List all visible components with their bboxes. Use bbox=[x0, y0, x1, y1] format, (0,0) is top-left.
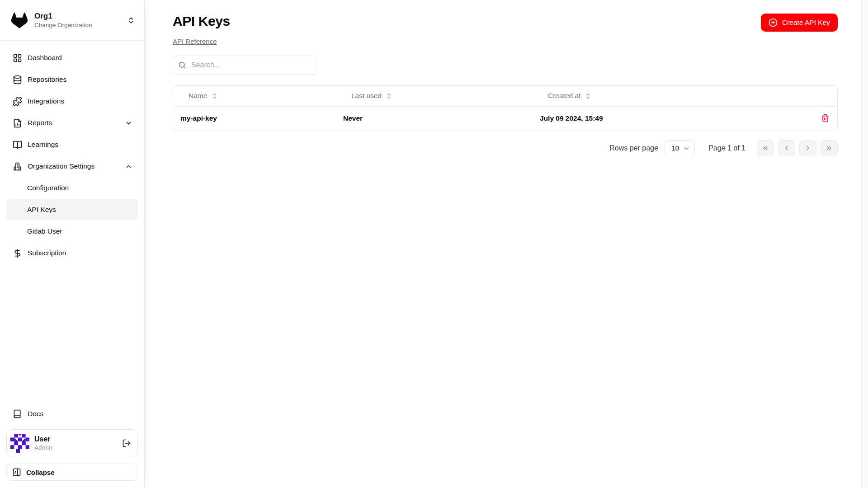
dashboard-grid-icon bbox=[13, 53, 22, 63]
sidebar: Org1 Change Organization Dashboard Repos… bbox=[0, 0, 145, 488]
user-role: Admin bbox=[34, 444, 117, 451]
sort-icon bbox=[211, 93, 218, 99]
chevron-up-icon bbox=[125, 163, 132, 170]
sidebar-item-label: Integrations bbox=[28, 97, 64, 105]
api-keys-table: Name Last used Created at bbox=[173, 85, 838, 131]
chevrons-right-icon bbox=[826, 145, 833, 152]
org-switcher[interactable]: Org1 Change Organization bbox=[0, 0, 144, 41]
user-meta: User Admin bbox=[34, 435, 117, 451]
column-header-created-at[interactable]: Created at bbox=[533, 86, 813, 106]
trash-icon bbox=[821, 114, 830, 122]
user-avatar bbox=[10, 434, 29, 453]
chevron-down-icon bbox=[683, 145, 690, 152]
sidebar-item-gitlab-user[interactable]: Gitlab User bbox=[6, 221, 138, 242]
chevron-right-icon bbox=[804, 145, 811, 152]
main-content: API Keys Create API Key API Reference Na… bbox=[145, 0, 861, 488]
sidebar-item-label: Subscription bbox=[28, 249, 66, 257]
rows-per-page-value: 10 bbox=[671, 144, 679, 152]
org-name: Org1 bbox=[34, 12, 127, 21]
sidebar-item-label: Organization Settings bbox=[28, 162, 94, 170]
user-card[interactable]: User Admin bbox=[6, 429, 138, 457]
column-header-actions bbox=[813, 86, 837, 106]
sort-icon bbox=[386, 93, 392, 99]
book-open-icon bbox=[13, 140, 22, 150]
chevron-down-icon bbox=[125, 119, 132, 127]
delete-api-key-button[interactable] bbox=[820, 113, 830, 123]
gitlab-logo-icon bbox=[11, 12, 28, 28]
sidebar-item-docs[interactable]: Docs bbox=[6, 403, 138, 425]
sidebar-item-label: Reports bbox=[28, 119, 52, 127]
first-page-button[interactable] bbox=[757, 140, 774, 156]
sidebar-item-organization-settings[interactable]: Organization Settings bbox=[6, 155, 138, 177]
last-page-button[interactable] bbox=[821, 140, 838, 156]
user-name: User bbox=[34, 435, 117, 443]
sidebar-item-label: Dashboard bbox=[28, 54, 62, 62]
previous-page-button[interactable] bbox=[778, 140, 795, 156]
sidebar-item-dashboard[interactable]: Dashboard bbox=[6, 47, 138, 69]
sidebar-footer: Docs User Admin Collapse bbox=[0, 403, 144, 488]
table-header-row: Name Last used Created at bbox=[173, 86, 837, 106]
book-icon bbox=[13, 409, 22, 419]
dollar-icon bbox=[13, 249, 22, 258]
rows-per-page-label: Rows per page bbox=[609, 144, 658, 152]
chevron-left-icon bbox=[783, 145, 790, 152]
plus-circle-icon bbox=[769, 18, 778, 27]
panel-collapse-icon bbox=[12, 468, 22, 477]
collapse-label: Collapse bbox=[26, 469, 55, 476]
chevrons-up-down-icon[interactable] bbox=[127, 16, 135, 24]
page-scrollbar[interactable] bbox=[861, 0, 868, 488]
sidebar-item-integrations[interactable]: Integrations bbox=[6, 90, 138, 112]
sidebar-nav: Dashboard Repositories Integrations Repo… bbox=[0, 41, 144, 264]
sidebar-item-reports[interactable]: Reports bbox=[6, 112, 138, 134]
app-window: Org1 Change Organization Dashboard Repos… bbox=[0, 0, 868, 488]
create-api-key-label: Create API Key bbox=[782, 19, 830, 27]
logout-button[interactable] bbox=[122, 439, 131, 448]
api-reference-link[interactable]: API Reference bbox=[173, 38, 217, 45]
column-header-last-used[interactable]: Last used bbox=[336, 86, 533, 106]
docs-label: Docs bbox=[28, 410, 43, 418]
sidebar-item-label: Learnings bbox=[28, 141, 58, 149]
column-header-name[interactable]: Name bbox=[173, 86, 336, 106]
cell-last-used: Never bbox=[336, 106, 533, 131]
building-icon bbox=[13, 162, 22, 171]
sidebar-item-subscription[interactable]: Subscription bbox=[6, 242, 138, 264]
pagination-bar: Rows per page 10 Page 1 of 1 bbox=[173, 140, 838, 156]
search-icon bbox=[178, 61, 186, 69]
search-input[interactable] bbox=[173, 56, 317, 75]
org-meta: Org1 Change Organization bbox=[34, 12, 127, 28]
cell-created-at: July 09 2024, 15:49 bbox=[533, 106, 813, 131]
table-row: my-api-key Never July 09 2024, 15:49 bbox=[173, 106, 837, 131]
page-indicator: Page 1 of 1 bbox=[708, 144, 745, 152]
org-subtitle: Change Organization bbox=[34, 22, 127, 28]
search-box bbox=[173, 56, 317, 75]
sidebar-item-api-keys[interactable]: API Keys bbox=[6, 199, 138, 221]
collapse-sidebar-button[interactable]: Collapse bbox=[6, 464, 138, 481]
next-page-button[interactable] bbox=[799, 140, 816, 156]
page-header: API Keys Create API Key bbox=[173, 14, 838, 32]
column-label: Created at bbox=[548, 92, 580, 100]
logout-icon bbox=[122, 439, 131, 448]
sidebar-item-label: Gitlab User bbox=[27, 227, 62, 235]
sort-icon bbox=[585, 93, 591, 99]
sidebar-item-label: Configuration bbox=[27, 184, 69, 192]
database-icon bbox=[13, 75, 22, 84]
create-api-key-button[interactable]: Create API Key bbox=[761, 14, 838, 32]
sidebar-item-label: Repositories bbox=[28, 75, 66, 84]
cell-actions bbox=[813, 106, 837, 131]
column-label: Name bbox=[189, 92, 207, 100]
file-chart-icon bbox=[13, 118, 22, 128]
sidebar-item-learnings[interactable]: Learnings bbox=[6, 134, 138, 155]
chevrons-left-icon bbox=[762, 145, 769, 152]
sidebar-item-label: API Keys bbox=[27, 206, 56, 214]
cell-api-key-name: my-api-key bbox=[173, 106, 336, 131]
sidebar-item-repositories[interactable]: Repositories bbox=[6, 69, 138, 90]
column-label: Last used bbox=[351, 92, 382, 100]
page-title: API Keys bbox=[173, 14, 230, 29]
puzzle-icon bbox=[13, 97, 22, 106]
rows-per-page-select[interactable]: 10 bbox=[665, 140, 695, 156]
sidebar-item-configuration[interactable]: Configuration bbox=[6, 177, 138, 199]
